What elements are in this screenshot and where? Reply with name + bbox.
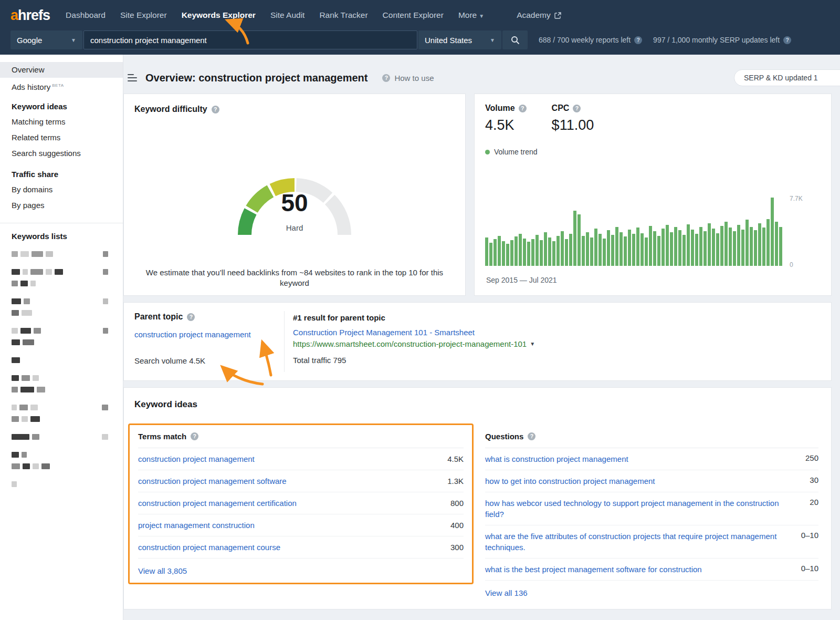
volume-bar [502,241,505,266]
sidebar-item-matching-terms[interactable]: Matching terms [0,114,123,130]
table-row: what is the best project management soft… [485,559,818,581]
help-icon[interactable]: ? [212,106,219,113]
redacted-list-item[interactable] [12,298,123,305]
volume-bar [523,239,526,266]
help-icon[interactable]: ? [783,36,791,44]
x-axis-range: Sep 2015 — Jul 2021 [486,276,557,284]
nav-item-site-audit[interactable]: Site Audit [270,11,305,20]
help-icon[interactable]: ? [634,36,642,44]
redacted-list-item[interactable] [12,434,123,440]
questions-view-all-link[interactable]: View all 136 [485,581,818,605]
volume-trend-chart [485,198,784,266]
keyword-link[interactable]: what is construction project management [485,453,805,464]
volume-bar [670,232,673,266]
sidebar-item-ads-history[interactable]: Ads historyBETA [0,78,123,94]
parent-topic-keyword-link[interactable]: construction project management [134,330,251,339]
keyword-link[interactable]: project management construction [138,521,255,530]
redacted-list-item[interactable] [12,452,123,458]
volume-bar [662,229,665,266]
nav-item-site-explorer[interactable]: Site Explorer [120,11,167,20]
top-result-title-link[interactable]: Construction Project Management 101 - Sm… [293,328,475,337]
volume-bar [649,226,652,266]
contents-icon[interactable] [128,74,137,81]
ahrefs-logo[interactable]: ahrefs [10,7,50,24]
how-to-use-link[interactable]: ?How to use [382,74,434,82]
redacted-list-item[interactable] [12,310,123,316]
volume-bar [758,223,761,266]
nav-item-more[interactable]: More▼ [458,11,484,20]
help-icon[interactable]: ? [528,432,536,440]
volume-bar [636,228,639,266]
keyword-search-input[interactable] [83,30,417,49]
keyword-link[interactable]: what are the five attributes of construc… [485,531,801,553]
volume-bar [536,235,539,266]
redacted-list-item[interactable] [12,281,123,287]
help-icon[interactable]: ? [187,313,195,321]
table-row: construction project management certific… [138,492,464,514]
volume-bar [741,230,744,266]
volume-bar [573,211,576,266]
help-icon[interactable]: ? [573,105,581,112]
total-traffic: Total traffic 795 [293,356,346,365]
volume-bar [687,224,690,266]
sidebar-item-related-terms[interactable]: Related terms [0,130,123,146]
search-engine-select[interactable]: Google▼ [10,30,82,49]
volume-bar [598,234,602,266]
help-icon[interactable]: ? [191,432,198,440]
nav-item-rank-tracker[interactable]: Rank Tracker [319,11,368,20]
sidebar-item-by-domains[interactable]: By domains [0,182,123,198]
terms-match-title: Terms match [138,432,186,441]
nav-item-academy[interactable]: Academy [517,11,561,20]
volume-bar [695,234,698,266]
volume-bar [653,231,656,266]
nav-item-dashboard[interactable]: Dashboard [66,11,106,20]
sidebar-item-overview[interactable]: Overview [0,62,123,78]
volume-bar [620,232,623,266]
redacted-list-item[interactable] [12,251,123,257]
redacted-list-item[interactable] [12,339,123,346]
top-result-url[interactable]: https://www.smartsheet.com/construction-… [293,339,535,348]
volume-cell: 1.3K [447,477,464,485]
sidebar-item-by-pages[interactable]: By pages [0,198,123,213]
volume-bar [674,227,677,266]
redacted-list-item[interactable] [12,328,123,334]
volume-bar [582,236,585,266]
volume-cell: 300 [450,543,464,552]
table-row: what are the five attributes of construc… [485,525,818,559]
cpc-label: CPC [552,104,570,113]
nav-item-keywords-explorer[interactable]: Keywords Explorer [182,11,256,20]
keyword-link[interactable]: construction project management software [138,477,287,485]
volume-cell: 0–10 [801,531,818,540]
kd-title: Keyword difficulty [134,105,207,114]
sidebar-item-search-suggestions[interactable]: Search suggestions [0,146,123,161]
volume-bar [548,237,551,266]
keyword-link[interactable]: construction project management [138,454,255,463]
redacted-list-item[interactable] [12,463,123,470]
redacted-list-item[interactable] [12,416,123,422]
redacted-list-item[interactable] [12,357,123,364]
keyword-link[interactable]: how has webcor used technology to suppor… [485,498,810,520]
nav-item-content-explorer[interactable]: Content Explorer [383,11,444,20]
volume-bar [510,240,513,266]
redacted-list-item[interactable] [12,387,123,393]
redacted-list-item[interactable] [12,375,123,381]
keyword-link[interactable]: construction project management course [138,543,280,552]
volume-bar [506,244,509,266]
keyword-link[interactable]: what is the best project management soft… [485,564,801,575]
redacted-list-item[interactable] [12,481,123,488]
search-button[interactable] [502,30,528,49]
serp-kd-updated-badge[interactable]: SERP & KD updated 1 [734,69,840,86]
main-content: Overview: construction project managemen… [123,55,840,620]
question-icon: ? [382,74,390,82]
volume-bar [531,239,534,266]
beta-badge: BETA [52,83,64,88]
volume-bar [716,233,719,266]
terms-match-view-all-link[interactable]: View all 3,805 [138,559,464,583]
country-select[interactable]: United States▼ [418,30,501,49]
keyword-link[interactable]: construction project management certific… [138,499,297,508]
keyword-link[interactable]: how to get into construction project man… [485,476,810,487]
redacted-list-item[interactable] [12,405,123,411]
volume-bar [678,230,681,266]
redacted-list-item[interactable] [12,269,123,275]
help-icon[interactable]: ? [519,105,527,112]
